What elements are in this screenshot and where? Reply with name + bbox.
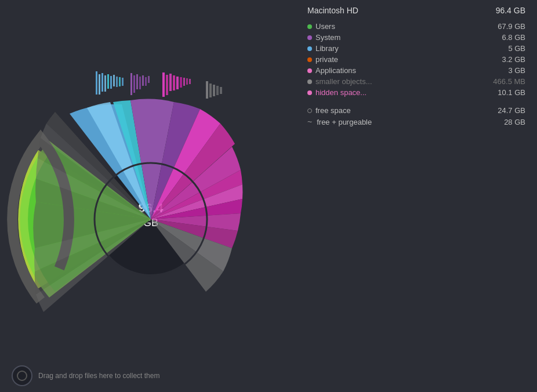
svg-rect-29 xyxy=(216,86,219,95)
legend-area: Macintosh HD 96.4 GB Users67.9 GBSystem6… xyxy=(302,0,537,139)
svg-rect-6 xyxy=(113,75,115,86)
legend-item[interactable]: Applications3 GB xyxy=(307,65,525,76)
svg-rect-12 xyxy=(136,74,138,89)
legend-value: 6.8 GB xyxy=(485,33,525,42)
svg-rect-11 xyxy=(133,75,135,93)
legend-label: smaller objects... xyxy=(315,77,372,86)
svg-rect-3 xyxy=(104,75,106,92)
legend-item[interactable]: smaller objects...466.5 MB xyxy=(307,76,525,87)
legend-items: Users67.9 GBSystem6.8 GBLibrary5 GBpriva… xyxy=(307,21,525,98)
legend-label: Users xyxy=(315,22,335,31)
drag-circle xyxy=(12,365,32,386)
main-container: 96.4 GB xyxy=(0,0,537,392)
legend-item[interactable]: Users67.9 GB xyxy=(307,21,525,32)
disk-name: Macintosh HD xyxy=(307,6,358,15)
legend-extra-item: ~free + purgeable28 GB xyxy=(307,116,525,128)
legend-extra-dot xyxy=(307,108,312,113)
svg-rect-17 xyxy=(162,72,165,97)
legend-dot xyxy=(307,79,312,84)
svg-rect-19 xyxy=(169,74,172,91)
disk-chart[interactable]: 96.4 GB xyxy=(6,22,296,370)
legend-dot xyxy=(307,90,312,95)
legend-extra: free space24.7 GB~free + purgeable28 GB xyxy=(307,105,525,128)
svg-rect-21 xyxy=(176,77,179,89)
legend-dot xyxy=(307,35,312,40)
legend-dot xyxy=(307,24,312,29)
legend-value: 3.2 GB xyxy=(485,55,525,64)
drag-drop-area[interactable]: Drag and drop files here to collect them xyxy=(12,365,159,386)
svg-rect-14 xyxy=(142,75,144,86)
svg-rect-24 xyxy=(186,78,188,85)
legend-extra-label: free + purgeable xyxy=(317,118,372,126)
svg-rect-25 xyxy=(189,79,191,84)
svg-rect-26 xyxy=(206,81,208,99)
svg-rect-5 xyxy=(110,76,112,89)
legend-label: hidden space... xyxy=(315,88,367,97)
svg-rect-28 xyxy=(213,85,215,96)
svg-rect-15 xyxy=(145,77,147,86)
legend-item[interactable]: private3.2 GB xyxy=(307,54,525,65)
drag-text: Drag and drop files here to collect them xyxy=(38,372,159,380)
svg-rect-8 xyxy=(119,77,121,86)
legend-header: Macintosh HD 96.4 GB xyxy=(307,6,525,15)
svg-rect-18 xyxy=(166,75,168,95)
file-bars xyxy=(96,71,222,99)
legend-item[interactable]: System6.8 GB xyxy=(307,32,525,43)
chart-area: 96.4 GB xyxy=(0,0,302,392)
legend-value: 3 GB xyxy=(485,66,525,75)
legend-dot xyxy=(307,68,312,73)
disk-total: 96.4 GB xyxy=(496,6,525,15)
legend-label: private xyxy=(315,55,338,64)
legend-extra-value: 24.7 GB xyxy=(485,106,525,115)
legend-separator xyxy=(307,99,525,104)
legend-extra-value: 28 GB xyxy=(485,118,525,126)
svg-rect-7 xyxy=(116,77,118,87)
svg-rect-4 xyxy=(107,74,109,89)
legend-label: Library xyxy=(315,44,339,53)
svg-rect-27 xyxy=(209,84,212,97)
legend-item[interactable]: hidden space...10.1 GB xyxy=(307,87,525,98)
legend-value: 466.5 MB xyxy=(485,77,525,86)
legend-dot xyxy=(307,57,312,62)
drag-circle-inner xyxy=(17,371,27,381)
legend-extra-item: free space24.7 GB xyxy=(307,105,525,116)
svg-rect-20 xyxy=(173,75,175,90)
svg-rect-9 xyxy=(122,78,124,86)
svg-rect-23 xyxy=(183,78,185,86)
legend-label: Applications xyxy=(315,66,356,75)
svg-rect-1 xyxy=(99,74,100,95)
legend-value: 10.1 GB xyxy=(485,88,525,97)
svg-rect-10 xyxy=(130,73,132,95)
tilde-symbol: ~ xyxy=(307,117,312,126)
svg-rect-30 xyxy=(220,87,222,94)
svg-rect-13 xyxy=(139,77,141,89)
legend-value: 5 GB xyxy=(485,44,525,53)
legend-value: 67.9 GB xyxy=(485,22,525,31)
svg-rect-0 xyxy=(96,71,97,95)
legend-item[interactable]: Library5 GB xyxy=(307,43,525,54)
legend-label: System xyxy=(315,33,340,42)
svg-rect-2 xyxy=(101,73,103,92)
svg-rect-22 xyxy=(180,77,182,88)
legend-extra-label: free space xyxy=(315,106,351,115)
legend-dot xyxy=(307,46,312,51)
svg-rect-16 xyxy=(148,76,150,83)
